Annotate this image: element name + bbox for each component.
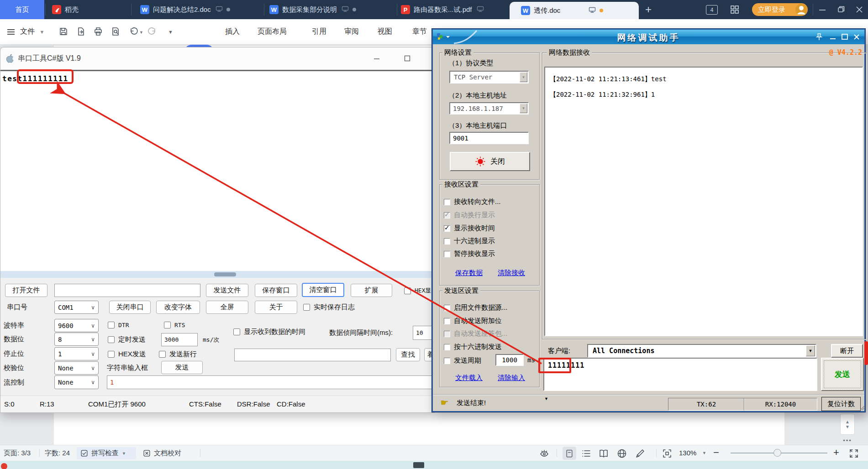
scrollbar-thumb[interactable] bbox=[214, 272, 236, 276]
window-close-button[interactable] bbox=[854, 5, 864, 14]
checkbox-icon[interactable] bbox=[444, 238, 450, 245]
load-file-link[interactable]: 文件载入 bbox=[455, 374, 483, 382]
interval-input[interactable]: 10 bbox=[413, 326, 432, 340]
checkbox-icon[interactable] bbox=[444, 199, 450, 205]
chevron-down-icon[interactable]: ▼ bbox=[520, 72, 527, 82]
serial-send-button[interactable]: 发送 bbox=[161, 361, 203, 374]
hex-display-checkbox[interactable]: 十六进制显示 bbox=[444, 237, 495, 245]
chevron-down-icon[interactable]: ▼ bbox=[806, 345, 815, 356]
print-preview-icon[interactable] bbox=[110, 26, 121, 38]
network-maximize-button[interactable] bbox=[840, 32, 849, 43]
clear-recv-link[interactable]: 清除接收 bbox=[498, 269, 525, 277]
checkbox-icon[interactable] bbox=[108, 322, 115, 328]
serial-maximize-button[interactable] bbox=[401, 54, 414, 63]
eye-protect-icon[interactable] bbox=[539, 448, 550, 460]
outline-view-icon[interactable] bbox=[581, 448, 592, 460]
show-recv-time-checkbox[interactable]: 显示接收时间 bbox=[444, 224, 495, 233]
window-minimize-button[interactable] bbox=[817, 5, 827, 14]
checkbox-icon[interactable] bbox=[159, 351, 166, 358]
baud-select[interactable]: 9600∨ bbox=[54, 319, 99, 332]
send-data-input[interactable]: 11111111 bbox=[543, 358, 817, 391]
chevron-down-icon[interactable]: ▼ bbox=[845, 424, 850, 429]
chevron-down-icon[interactable]: ▼ bbox=[520, 104, 527, 113]
network-minimize-button[interactable] bbox=[828, 32, 837, 43]
checkbox-icon[interactable] bbox=[164, 322, 171, 328]
hex-send-checkbox[interactable]: 按十六进制发送 bbox=[444, 343, 502, 351]
network-close-button[interactable] bbox=[852, 32, 861, 43]
web-layout-icon[interactable] bbox=[616, 448, 627, 460]
tab-doc2[interactable]: W 数据采集部分说明 bbox=[265, 0, 396, 19]
checkbox-icon[interactable] bbox=[444, 305, 450, 311]
zoom-dropdown-icon[interactable]: ▼ bbox=[702, 451, 706, 455]
checkbox-icon[interactable] bbox=[108, 351, 115, 358]
open-file-button[interactable]: 打开文件 bbox=[5, 284, 47, 297]
change-font-button[interactable]: 改变字体 bbox=[156, 301, 200, 314]
checkbox-icon[interactable] bbox=[108, 336, 115, 343]
dtr-checkbox[interactable]: DTR bbox=[108, 322, 129, 328]
timed-send-checkbox[interactable]: 定时发送 bbox=[108, 335, 146, 344]
resize-grip[interactable] bbox=[860, 406, 865, 410]
redo-icon[interactable] bbox=[147, 26, 157, 38]
clear-input-link[interactable]: 清除输入 bbox=[498, 374, 525, 382]
read-mode-icon[interactable] bbox=[598, 448, 609, 460]
serial-display-area[interactable]: test111111111 bbox=[0, 71, 434, 271]
checkbox-icon[interactable] bbox=[444, 318, 450, 324]
save-icon[interactable] bbox=[58, 26, 68, 38]
send-newline-checkbox[interactable]: 发送新行 bbox=[159, 350, 197, 359]
undo-icon[interactable] bbox=[129, 26, 139, 38]
receive-data-area[interactable]: 【2022-11-02 11:21:13:461】test 【2022-11-0… bbox=[544, 67, 863, 336]
zoom-level[interactable]: 130% bbox=[679, 449, 696, 457]
flow-control-select[interactable]: None∨ bbox=[54, 375, 99, 389]
undo-dropdown-icon[interactable]: ▼ bbox=[139, 30, 143, 35]
fullscreen-icon[interactable] bbox=[848, 448, 859, 460]
save-window-button[interactable]: 保存窗口 bbox=[255, 284, 297, 297]
save-data-link[interactable]: 保存数据 bbox=[455, 269, 483, 277]
file-path-input[interactable] bbox=[54, 284, 200, 297]
tab-reference[interactable]: 引用 bbox=[312, 27, 326, 36]
login-button[interactable]: 立即登录 bbox=[752, 3, 808, 16]
file-data-source-checkbox[interactable]: 启用文件数据源... bbox=[444, 303, 508, 312]
multi-window-icon[interactable]: 4 bbox=[706, 5, 718, 15]
find-input[interactable] bbox=[234, 349, 391, 361]
network-send-button[interactable]: 发送 bbox=[821, 358, 864, 391]
string-send-input[interactable]: 1 bbox=[107, 375, 433, 389]
auto-reply-checkbox[interactable]: 自动发送应答包... bbox=[444, 329, 508, 338]
checkbox-icon[interactable] bbox=[444, 212, 450, 219]
tab-section[interactable]: 章节 bbox=[412, 27, 427, 36]
tab-home[interactable]: 首页 bbox=[0, 0, 44, 19]
realtime-log-checkbox[interactable]: 实时保存日志 bbox=[303, 303, 355, 312]
show-recv-time-checkbox[interactable]: 显示收到数据的时间 bbox=[233, 328, 305, 336]
send-period-input[interactable]: 1000 bbox=[495, 354, 524, 366]
data-bits-select[interactable]: 8∨ bbox=[54, 333, 99, 346]
checkbox-icon[interactable] bbox=[444, 251, 450, 257]
zoom-out-button[interactable]: − bbox=[713, 447, 719, 459]
checkbox-icon[interactable] bbox=[444, 331, 450, 337]
close-serial-button[interactable]: 关闭串口 bbox=[109, 301, 151, 314]
ink-pen-icon[interactable] bbox=[635, 448, 646, 460]
taskbar-app-icon[interactable] bbox=[1, 463, 7, 469]
host-addr-select[interactable]: 192.168.1.187 ▼ bbox=[449, 102, 529, 115]
checkbox-icon[interactable] bbox=[444, 344, 450, 350]
pin-icon[interactable] bbox=[815, 32, 824, 43]
new-tab-button[interactable]: + bbox=[641, 2, 656, 17]
disconnect-button[interactable]: 断开 bbox=[831, 344, 863, 358]
auto-wrap-checkbox[interactable]: 自动换行显示 bbox=[444, 211, 495, 219]
tab-daoke[interactable]: 稻壳 bbox=[46, 0, 131, 19]
zoom-in-button[interactable]: + bbox=[833, 447, 839, 459]
clear-window-button[interactable]: 清空窗口 bbox=[302, 283, 344, 297]
stop-bits-select[interactable]: 1∨ bbox=[54, 347, 99, 360]
host-port-input[interactable]: 9001 bbox=[449, 132, 529, 144]
chevron-up-icon[interactable]: ▲ bbox=[845, 419, 850, 424]
doc-more-dots-icon[interactable]: ••• bbox=[841, 437, 854, 444]
tab-view[interactable]: 视图 bbox=[378, 27, 392, 36]
close-connection-button[interactable]: 关闭 bbox=[450, 152, 530, 171]
fullscreen-button[interactable]: 全屏 bbox=[206, 301, 248, 314]
file-menu[interactable]: 文件 ▼ bbox=[20, 27, 44, 36]
spell-check-button[interactable]: 拼写检查 ▼ bbox=[77, 447, 136, 459]
auto-send-append-checkbox[interactable]: 自动发送附加位 bbox=[444, 317, 502, 325]
tab-pdf[interactable]: P 路由器数采...试.pdf bbox=[398, 0, 509, 19]
doc-proof-button[interactable]: 文档校对 bbox=[142, 447, 196, 459]
extend-button[interactable]: 扩展 bbox=[351, 284, 392, 297]
checkbox-icon[interactable] bbox=[444, 225, 450, 232]
hex-send-checkbox[interactable]: HEX发送 bbox=[108, 350, 146, 359]
